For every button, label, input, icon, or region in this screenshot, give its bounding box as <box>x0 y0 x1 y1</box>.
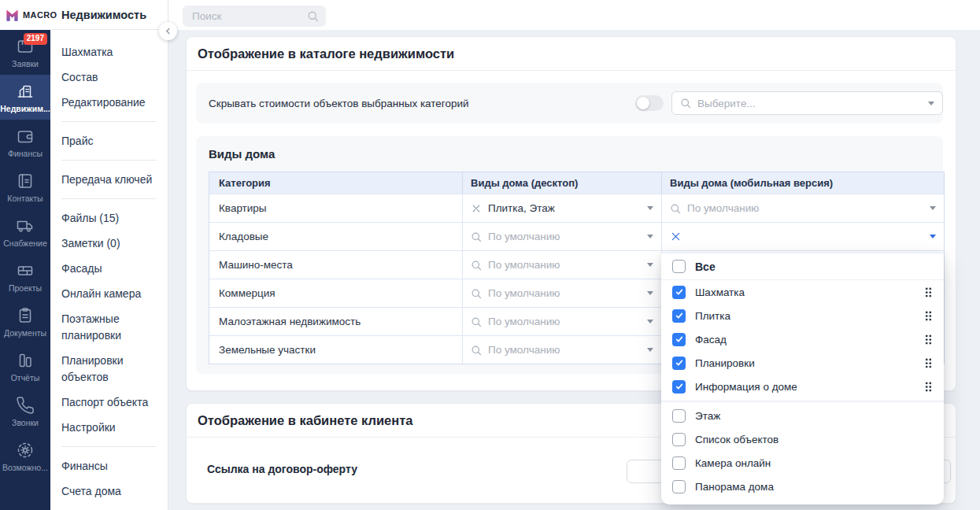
drag-handle-icon[interactable] <box>924 381 933 393</box>
divider <box>661 401 944 401</box>
drag-handle-icon[interactable] <box>924 357 933 369</box>
sidebar-item-zametki[interactable]: Заметки (0) <box>50 231 168 256</box>
sidebar-item-faily[interactable]: Файлы (15) <box>50 205 168 231</box>
requests-count-badge: 2197 <box>24 33 47 45</box>
sidebar-item-pasport-obekta[interactable]: Паспорт объекта <box>50 390 168 415</box>
sidebar-item-sostav[interactable]: Состав <box>50 65 168 90</box>
offer-link-label: Ссылка на договор-оферту <box>207 463 357 475</box>
desktop-views-select[interactable]: По умолчанию <box>462 308 661 335</box>
desktop-views-select[interactable]: Плитка, Этаж <box>462 194 661 222</box>
top-bar <box>168 0 980 30</box>
categories-select[interactable]: Выберите... <box>671 91 943 115</box>
checkbox-unchecked-icon[interactable] <box>672 480 686 493</box>
clear-icon[interactable] <box>670 231 682 242</box>
hide-prices-toggle[interactable] <box>635 95 664 111</box>
rail-item-vozmozhnosti[interactable]: Возможно... <box>0 434 50 479</box>
desktop-views-select[interactable]: По умолчанию <box>462 279 661 307</box>
chevron-down-icon <box>647 348 653 352</box>
column-header-desktop: Виды дома (десктоп) <box>462 172 661 194</box>
sidebar-item-planirovki-obektov[interactable]: Планировки объектов <box>50 348 168 390</box>
column-header-category: Категория <box>209 172 462 194</box>
search-icon <box>471 288 482 299</box>
rail-item-otchety[interactable]: Отчёты <box>0 344 50 389</box>
desktop-views-select[interactable]: По умолчанию <box>462 336 661 364</box>
sidebar-item-nastroiki[interactable]: Настройки <box>50 415 168 440</box>
phone-icon <box>16 396 35 415</box>
search-icon <box>471 345 482 356</box>
sidebar-item-finansy[interactable]: Финансы <box>50 453 168 479</box>
rail-item-snabzhenie[interactable]: Снабжение <box>0 209 50 254</box>
option-select-all[interactable]: Все <box>661 253 944 280</box>
rail-item-zvonki[interactable]: Звонки <box>0 389 50 434</box>
chevron-left-icon <box>164 27 172 35</box>
desktop-views-select[interactable]: По умолчанию <box>462 223 661 250</box>
search-icon <box>471 260 482 271</box>
checkbox-checked-icon[interactable] <box>672 333 686 346</box>
option-planirovki[interactable]: Планировки <box>661 351 944 375</box>
column-header-mobile: Виды дома (мобильная версия) <box>661 172 944 194</box>
rail-item-nedvizhimost[interactable]: Недвижим... <box>0 75 50 120</box>
rail-item-proekty[interactable]: Проекты <box>0 254 50 299</box>
search-icon <box>670 203 681 214</box>
sidebar-item-redaktirovanie[interactable]: Редактирование <box>50 90 168 115</box>
checkbox-checked-icon[interactable] <box>672 380 686 394</box>
table-row: Кладовые По умолчанию <box>209 222 944 250</box>
mobile-views-select[interactable]: По умолчанию <box>661 194 944 222</box>
drag-handle-icon[interactable] <box>924 286 933 298</box>
sidebar-item-online-kamera[interactable]: Онлайн камера <box>50 281 168 306</box>
macro-logo-icon <box>5 8 20 23</box>
rail-item-kontakty[interactable]: Контакты <box>0 164 50 209</box>
checkbox-checked-icon[interactable] <box>672 357 686 370</box>
checkbox-unchecked-icon[interactable] <box>672 456 686 470</box>
search-icon <box>307 10 319 22</box>
mobile-views-select-open[interactable] <box>661 223 944 250</box>
table-row: Квартиры Плитка, Этаж По умолчанию <box>209 194 944 222</box>
option-plitka[interactable]: Плитка <box>661 304 944 327</box>
search-icon <box>471 316 482 327</box>
checkbox-unchecked-icon[interactable] <box>672 409 686 423</box>
sidebar-item-peredacha-kluchei[interactable]: Передача ключей <box>50 167 168 192</box>
rail-item-zayavki[interactable]: 2197 Заявки <box>0 30 50 75</box>
divider <box>61 121 157 122</box>
app-logo[interactable]: MACRO <box>0 0 50 30</box>
hide-prices-label: Скрывать стоимости объектов выбранных ка… <box>209 98 635 109</box>
toggle-knob <box>637 97 649 109</box>
search-input[interactable] <box>183 6 326 27</box>
option-etazh[interactable]: Этаж <box>661 404 944 427</box>
divider <box>61 160 157 161</box>
sidebar-item-fasady[interactable]: Фасады <box>50 256 168 281</box>
checkbox-unchecked-icon[interactable] <box>672 433 686 446</box>
brand-name: MACRO <box>23 10 57 20</box>
checkbox-checked-icon[interactable] <box>672 286 686 299</box>
checkbox-unchecked-icon[interactable] <box>672 260 686 273</box>
clear-icon[interactable] <box>471 203 482 214</box>
house-views-title: Виды дома <box>209 136 943 172</box>
rail-item-dokumenty[interactable]: Документы <box>0 299 50 344</box>
chevron-down-icon <box>928 102 934 105</box>
option-informaciya-o-dome[interactable]: Информация о доме <box>661 375 944 398</box>
rail-item-finansy[interactable]: Финансы <box>0 120 50 164</box>
sidebar-item-scheta-doma[interactable]: Счета дома <box>50 479 168 504</box>
option-kamera-onlain[interactable]: Камера онлайн <box>661 451 944 475</box>
chevron-down-icon <box>930 235 936 238</box>
option-fasad[interactable]: Фасад <box>661 327 944 351</box>
kanban-icon: 2197 <box>16 37 35 56</box>
desktop-views-select[interactable]: По умолчанию <box>462 251 661 279</box>
chevron-down-icon <box>930 206 936 210</box>
sidebar-item-prais[interactable]: Прайс <box>50 128 168 153</box>
drag-handle-icon[interactable] <box>924 334 933 346</box>
divider <box>61 198 157 199</box>
drag-handle-icon[interactable] <box>924 310 933 322</box>
gear-icon <box>16 441 35 460</box>
sidebar-collapse-button[interactable] <box>159 22 177 40</box>
truck-icon <box>16 216 35 235</box>
section-title: Недвижимость <box>50 0 168 30</box>
option-spisok-obektov[interactable]: Список объектов <box>661 427 944 451</box>
checkbox-checked-icon[interactable] <box>672 309 686 323</box>
catalog-card-title: Отображение в каталоге недвижимости <box>187 37 956 71</box>
sidebar-item-shahmatka[interactable]: Шахматка <box>50 39 168 65</box>
option-shahmatka[interactable]: Шахматка <box>661 280 944 304</box>
chevron-down-icon <box>647 291 653 295</box>
option-panorama-doma[interactable]: Панорама дома <box>661 475 944 498</box>
sidebar-item-poetazhnye-planirovki[interactable]: Поэтажные планировки <box>50 306 168 348</box>
